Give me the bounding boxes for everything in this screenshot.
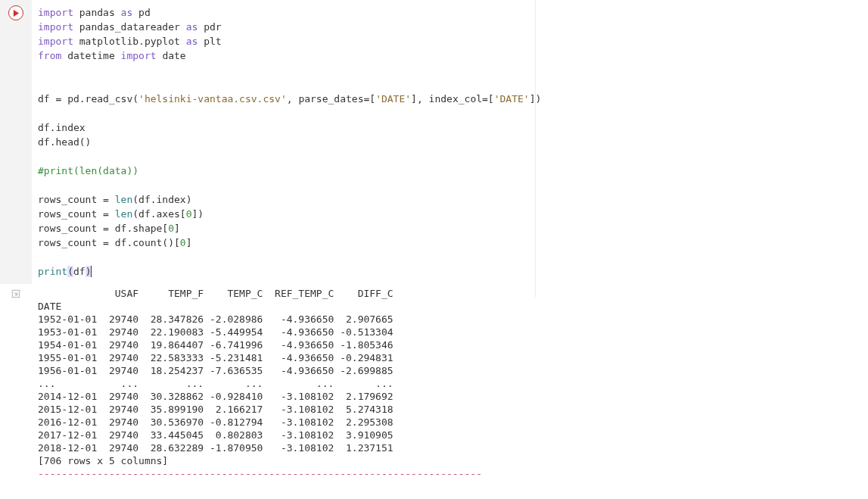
play-icon	[13, 10, 20, 17]
output-line: DATE	[38, 300, 862, 313]
code-line[interactable]: rows_count = len(df.index)	[38, 192, 862, 207]
text-cursor	[91, 266, 92, 277]
output-line: ----------------------------------------…	[38, 467, 862, 480]
code-line[interactable]	[38, 77, 862, 92]
code-line[interactable]	[38, 149, 862, 164]
output-line: 2014-12-01 29740 30.328862 -0.928410 -3.…	[38, 390, 862, 403]
output-line: 1955-01-01 29740 22.583333 -5.231481 -4.…	[38, 351, 862, 364]
code-line[interactable]	[38, 250, 862, 264]
code-line[interactable]: df = pd.read_csv('helsinki-vantaa.csv.cs…	[38, 92, 862, 106]
code-line[interactable]: rows_count = df.count()[0]	[38, 235, 862, 250]
code-editor[interactable]: import pandas as pdimport pandas_datarea…	[32, 0, 868, 284]
output-line: 1954-01-01 29740 19.864407 -6.741996 -4.…	[38, 338, 862, 351]
code-line[interactable]: rows_count = len(df.axes[0])	[38, 207, 862, 221]
code-line[interactable]	[38, 63, 862, 77]
code-line[interactable]	[38, 106, 862, 120]
output-line: 1956-01-01 29740 18.254237 -7.636535 -4.…	[38, 364, 862, 377]
code-line[interactable]	[38, 178, 862, 192]
code-line[interactable]: df.index	[38, 120, 862, 135]
output-line: ... ... ... ... ... ...	[38, 377, 862, 390]
output-line: 2016-12-01 29740 30.536970 -0.812794 -3.…	[38, 416, 862, 429]
output-line: USAF TEMP_F TEMP_C REF_TEMP_C DIFF_C	[38, 287, 862, 300]
output-cell: USAF TEMP_F TEMP_C REF_TEMP_C DIFF_CDATE…	[0, 284, 868, 483]
code-line[interactable]: df.head()	[38, 135, 862, 149]
code-cell: import pandas as pdimport pandas_datarea…	[0, 0, 868, 284]
code-line[interactable]: print(df)	[38, 264, 862, 279]
output-text: USAF TEMP_F TEMP_C REF_TEMP_C DIFF_CDATE…	[32, 284, 868, 483]
output-gutter	[0, 284, 32, 483]
output-line: 1952-01-01 29740 28.347826 -2.028986 -4.…	[38, 313, 862, 326]
code-line[interactable]: import matplotlib.pyplot as plt	[38, 34, 862, 48]
output-expand-icon[interactable]	[11, 288, 21, 483]
code-line[interactable]: #print(len(data))	[38, 164, 862, 178]
run-button[interactable]	[8, 5, 23, 20]
cell-gutter	[0, 0, 32, 284]
column-guide	[535, 0, 536, 298]
code-line[interactable]: import pandas_datareader as pdr	[38, 20, 862, 34]
code-line[interactable]: rows_count = df.shape[0]	[38, 221, 862, 235]
output-line: [706 rows x 5 columns]	[38, 454, 862, 467]
output-line: 2015-12-01 29740 35.899190 2.166217 -3.1…	[38, 403, 862, 416]
output-line: 1953-01-01 29740 22.190083 -5.449954 -4.…	[38, 326, 862, 338]
output-line: 2018-12-01 29740 28.632289 -1.870950 -3.…	[38, 441, 862, 454]
output-line: 2017-12-01 29740 33.445045 0.802803 -3.1…	[38, 429, 862, 441]
code-line[interactable]: from datetime import date	[38, 48, 862, 63]
code-line[interactable]: import pandas as pd	[38, 5, 862, 20]
